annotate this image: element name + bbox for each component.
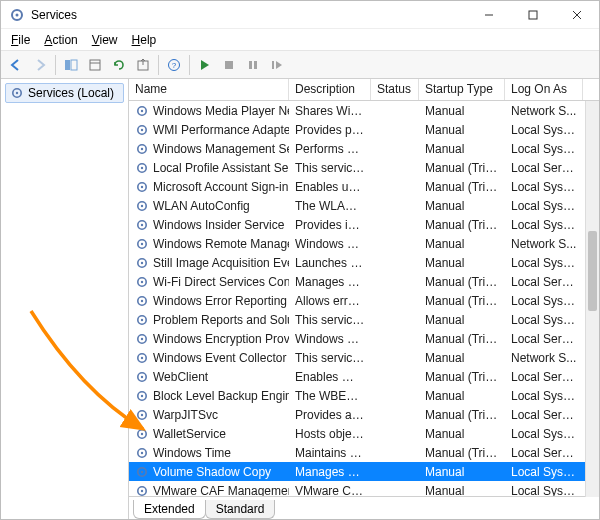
service-row[interactable]: WebClientEnables Win...Manual (Trig...Lo… xyxy=(129,367,599,386)
service-logon-as: Local Syste... xyxy=(505,142,583,156)
service-gear-icon xyxy=(135,275,149,289)
service-logon-as: Local Service xyxy=(505,446,583,460)
menu-file[interactable]: File xyxy=(5,31,36,49)
toolbar-restart-service-button[interactable] xyxy=(266,54,288,76)
service-logon-as: Network S... xyxy=(505,351,583,365)
toolbar-export-button[interactable] xyxy=(132,54,154,76)
service-name: WebClient xyxy=(153,370,208,384)
service-gear-icon xyxy=(135,294,149,308)
toolbar-show-hide-tree-button[interactable] xyxy=(60,54,82,76)
menu-action[interactable]: Action xyxy=(38,31,83,49)
tab-extended[interactable]: Extended xyxy=(133,500,206,519)
service-logon-as: Local Syste... xyxy=(505,465,583,479)
service-name: WalletService xyxy=(153,427,226,441)
service-startup-type: Manual xyxy=(419,465,505,479)
service-startup-type: Manual (Trig... xyxy=(419,161,505,175)
toolbar-separator xyxy=(189,55,190,75)
toolbar-pause-service-button[interactable] xyxy=(242,54,264,76)
nav-node-services-local[interactable]: Services (Local) xyxy=(5,83,124,103)
service-name: Windows Encryption Provid... xyxy=(153,332,289,346)
service-row[interactable]: Windows Media Player Net...Shares Win...… xyxy=(129,101,599,120)
service-description: Performs m... xyxy=(289,142,371,156)
tab-standard[interactable]: Standard xyxy=(205,500,276,519)
toolbar-stop-service-button[interactable] xyxy=(218,54,240,76)
main-panel: Name Description Status Startup Type Log… xyxy=(129,79,599,519)
service-row[interactable]: Windows Management Ser...Performs m...Ma… xyxy=(129,139,599,158)
svg-point-52 xyxy=(141,413,143,415)
service-description: Launches a... xyxy=(289,256,371,270)
svg-point-44 xyxy=(141,337,143,339)
service-logon-as: Local Syste... xyxy=(505,180,583,194)
toolbar-separator xyxy=(158,55,159,75)
svg-rect-13 xyxy=(225,61,233,69)
toolbar-help-button[interactable]: ? xyxy=(163,54,185,76)
svg-point-50 xyxy=(141,394,143,396)
minimize-button[interactable] xyxy=(467,1,511,29)
menu-view[interactable]: View xyxy=(86,31,124,49)
service-gear-icon xyxy=(135,313,149,327)
service-gear-icon xyxy=(135,370,149,384)
service-startup-type: Manual xyxy=(419,389,505,403)
toolbar: ? xyxy=(1,51,599,79)
service-gear-icon xyxy=(135,389,149,403)
service-row[interactable]: Windows Error Reporting Se...Allows erro… xyxy=(129,291,599,310)
svg-point-56 xyxy=(141,451,143,453)
service-row[interactable]: Block Level Backup Engine ...The WBENG..… xyxy=(129,386,599,405)
service-row[interactable]: Windows Encryption Provid...Windows En..… xyxy=(129,329,599,348)
service-row[interactable]: Windows Event CollectorThis service ...M… xyxy=(129,348,599,367)
service-startup-type: Manual (Trig... xyxy=(419,294,505,308)
service-logon-as: Local Syste... xyxy=(505,389,583,403)
service-row[interactable]: Local Profile Assistant ServiceThis serv… xyxy=(129,158,599,177)
svg-rect-7 xyxy=(71,60,77,70)
column-header-description[interactable]: Description xyxy=(289,79,371,100)
service-startup-type: Manual xyxy=(419,313,505,327)
column-header-name[interactable]: Name xyxy=(129,79,289,100)
maximize-button[interactable] xyxy=(511,1,555,29)
svg-point-34 xyxy=(141,242,143,244)
service-row[interactable]: Microsoft Account Sign-in ...Enables use… xyxy=(129,177,599,196)
service-logon-as: Local Syste... xyxy=(505,313,583,327)
grid-rows[interactable]: Windows Media Player Net...Shares Win...… xyxy=(129,101,599,496)
toolbar-properties-button[interactable] xyxy=(84,54,106,76)
nav-node-label: Services (Local) xyxy=(28,86,114,100)
service-logon-as: Local Service xyxy=(505,332,583,346)
vertical-scrollbar[interactable] xyxy=(585,101,599,497)
service-row[interactable]: Windows Remote Manage...Windows R...Manu… xyxy=(129,234,599,253)
grid-header: Name Description Status Startup Type Log… xyxy=(129,79,599,101)
close-button[interactable] xyxy=(555,1,599,29)
service-row[interactable]: Still Image Acquisition EventsLaunches a… xyxy=(129,253,599,272)
service-row[interactable]: Volume Shadow CopyManages an...ManualLoc… xyxy=(129,462,599,481)
menubar: File Action View Help xyxy=(1,29,599,51)
service-name: Windows Time xyxy=(153,446,231,460)
column-header-status[interactable]: Status xyxy=(371,79,419,100)
svg-rect-14 xyxy=(249,61,252,69)
service-row[interactable]: WalletServiceHosts objec...ManualLocal S… xyxy=(129,424,599,443)
service-row[interactable]: VMware CAF Management ...VMware Co...Man… xyxy=(129,481,599,496)
service-row[interactable]: Problem Reports and Soluti...This servic… xyxy=(129,310,599,329)
service-row[interactable]: WMI Performance AdapterProvides pe...Man… xyxy=(129,120,599,139)
service-row[interactable]: Wi-Fi Direct Services Conne...Manages co… xyxy=(129,272,599,291)
service-gear-icon xyxy=(135,408,149,422)
service-logon-as: Local Syste... xyxy=(505,427,583,441)
service-logon-as: Local Syste... xyxy=(505,484,583,497)
service-row[interactable]: WarpJITSvcProvides a JI...Manual (Trig..… xyxy=(129,405,599,424)
column-header-log-on-as[interactable]: Log On As xyxy=(505,79,583,100)
service-name: Windows Error Reporting Se... xyxy=(153,294,289,308)
toolbar-forward-button[interactable] xyxy=(29,54,51,76)
scrollbar-thumb[interactable] xyxy=(588,231,597,311)
menu-help[interactable]: Help xyxy=(126,31,163,49)
service-row[interactable]: WLAN AutoConfigThe WLANS...ManualLocal S… xyxy=(129,196,599,215)
service-name: WarpJITSvc xyxy=(153,408,218,422)
toolbar-start-service-button[interactable] xyxy=(194,54,216,76)
toolbar-refresh-button[interactable] xyxy=(108,54,130,76)
service-startup-type: Manual xyxy=(419,199,505,213)
service-row[interactable]: Windows Insider ServiceProvides inf...Ma… xyxy=(129,215,599,234)
service-row[interactable]: Windows TimeMaintains d...Manual (Trig..… xyxy=(129,443,599,462)
service-startup-type: Manual (Trig... xyxy=(419,332,505,346)
column-header-startup-type[interactable]: Startup Type xyxy=(419,79,505,100)
service-description: Shares Win... xyxy=(289,104,371,118)
service-startup-type: Manual (Trig... xyxy=(419,275,505,289)
service-logon-as: Local Syste... xyxy=(505,256,583,270)
toolbar-back-button[interactable] xyxy=(5,54,27,76)
service-logon-as: Local Service xyxy=(505,408,583,422)
